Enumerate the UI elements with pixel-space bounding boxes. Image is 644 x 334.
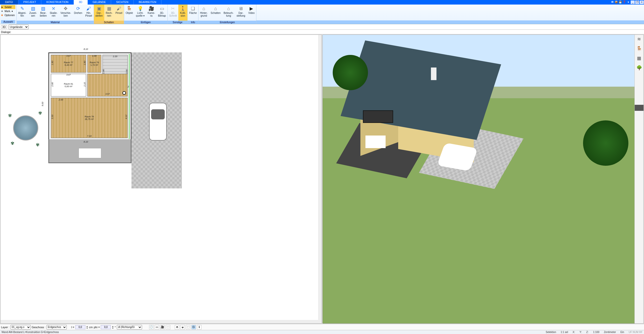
menu-tab-gelaende[interactable]: GELÄNDE — [88, 0, 111, 5]
drehen-button[interactable]: ⟳Drehen — [73, 5, 84, 21]
beleuchtung-button[interactable]: ⌂Beleuch-tung — [222, 5, 235, 21]
panel-collapse-handle[interactable] — [635, 105, 644, 111]
title-box-icon[interactable]: 📦 — [615, 1, 618, 4]
phi-input[interactable] — [101, 325, 111, 329]
title-help-icon[interactable]: ❓ — [623, 1, 626, 4]
scrollbar-horizontal[interactable] — [1, 320, 318, 323]
menu-tab-bearbeiten[interactable]: BEARBEITEN — [134, 0, 162, 5]
rechnen-button[interactable]: ▦Rech-nen — [104, 5, 114, 21]
selekt-button[interactable]: ➤Selekt — [1, 5, 15, 9]
window-restore-button[interactable]: ❐ — [635, 1, 639, 4]
pinsel-button[interactable]: 🖌Pinsel — [114, 5, 124, 21]
tree-right-3d — [583, 120, 628, 166]
status-ein: Ein — [621, 331, 624, 333]
camera-small-icon[interactable]: 🎥 — [160, 325, 165, 329]
flaeche-button[interactable]: ❏Fläche — [188, 5, 198, 21]
background-icon: ⌂ — [201, 6, 207, 12]
abgreifen-button[interactable]: ✎Abgrei-fen — [17, 5, 28, 21]
layer-label: Layer : — [1, 326, 10, 329]
group-label-auswahl: Auswahl — [1, 20, 15, 23]
status-left: Wand AW-Bestand L=Konstruktion G=Erdgesc… — [2, 331, 59, 333]
group-label-schatten: Schatten — [94, 21, 124, 24]
phi-spin-up[interactable]: ▲ — [112, 325, 114, 327]
l-input[interactable] — [75, 325, 85, 329]
shadow-set-icon: ⌂ — [213, 6, 219, 12]
scale-icon: ⤧ — [51, 6, 57, 12]
room-81[interactable]: 3.67 Raum 810,00 m² 2.80 2.10 — [51, 74, 86, 96]
verschieben-button[interactable]: ✥Verschie-ben — [59, 5, 73, 21]
furniture-icon[interactable]: 🪑 — [636, 46, 642, 52]
l-spin-down[interactable]: ▼ — [86, 327, 88, 329]
selected-wall[interactable] — [129, 54, 129, 139]
skalieren-button[interactable]: ⤧Skalie-ren — [48, 5, 59, 21]
terrain-select[interactable]: Urgelände — [9, 25, 29, 29]
geschoss-select[interactable]: Erdgeschos — [47, 325, 67, 329]
menu-tab-konstruktion[interactable]: KONSTRUKTION — [41, 0, 74, 5]
ribbon: ➤Selekt ✶Mark. ▾ ✚Optionen Auswahl ✎Abgr… — [0, 5, 644, 24]
schatten-set-button[interactable]: ⌂Schatten — [209, 5, 222, 21]
menu-tab-datei[interactable]: DATEI — [0, 0, 18, 5]
display-icon: 🖥 — [238, 6, 244, 12]
plant-icon: ✾ — [36, 142, 41, 147]
history-icon[interactable]: 🕘 — [149, 325, 154, 329]
phi-unit: ° — [115, 326, 116, 329]
title-help-drop-icon[interactable]: ▾ — [627, 1, 630, 4]
3d-bitmap-button[interactable]: ▭3D-Bitmap — [157, 5, 167, 21]
palette-icon[interactable]: ▦ — [636, 55, 642, 61]
info-icon[interactable]: ℹ — [197, 325, 201, 329]
corridor[interactable]: 3.57 — [87, 74, 128, 96]
snap1-icon[interactable]: ⬘ — [175, 325, 179, 329]
status-selektion: Selektion — [546, 331, 556, 333]
room-78[interactable]: 2.59 Raum 7826,75 m² 7.24 3.30 4.12 — [51, 98, 128, 138]
darstellen-button[interactable]: ▣Dar-stellen — [94, 5, 104, 21]
hintergrund-button[interactable]: ⌂Hinter-grund — [198, 5, 209, 21]
window-minimize-button[interactable]: _ — [631, 1, 635, 4]
tree-icon[interactable]: 🌳 — [636, 65, 642, 71]
menu-tab-projekt[interactable]: PROJEKT — [18, 0, 42, 5]
zuweisen-button[interactable]: ▧Zuwei-sen — [28, 5, 38, 21]
darstellung-button[interactable]: 🖥Dar-stellung — [235, 5, 247, 21]
room-77[interactable]: 3.67 Raum 776,44 m² 1.80 1.80 — [51, 55, 86, 73]
north-icon[interactable]: Ⓝ — [191, 325, 196, 329]
chimney-3d — [431, 68, 436, 80]
kamera-button[interactable]: 🎥Kame-ra — [146, 5, 156, 21]
balcony-3d — [363, 110, 393, 123]
snap3-icon[interactable]: ⬚ — [186, 325, 190, 329]
view-mode-badge: 3D — [1, 25, 7, 29]
plan-2d-pane[interactable]: ✾ ✾ ✾ ✾ 8.10 9.00 3.67 Raum 776,44 m² 1.… — [0, 35, 322, 324]
view-rect-icon[interactable]: ▭ — [155, 325, 159, 329]
room-79[interactable]: 1.00 Raum 791,72 m² — [87, 55, 101, 73]
menu-tab-sichten[interactable]: SICHTEN — [111, 0, 133, 5]
menu-tab-3d[interactable]: 3D — [74, 0, 88, 5]
pond-water — [13, 115, 38, 141]
status-y: Y: — [580, 331, 582, 333]
window-close-button[interactable]: × — [640, 1, 644, 4]
hinpinsel-button[interactable]: 🖌Hin.Pinsel — [84, 5, 94, 21]
view-subbar: 3D Urgelände — [0, 24, 644, 30]
floor-plan: 8.10 9.00 3.67 Raum 776,44 m² 1.80 1.80 … — [48, 52, 131, 163]
lichtquelle-button[interactable]: 💡Licht-quelle ▾ — [134, 5, 146, 21]
title-save-icon[interactable]: 💾 — [619, 1, 622, 4]
dl-select[interactable]: dl (Richtung/Di — [117, 325, 142, 329]
title-tools-icon[interactable]: 🛠 — [611, 1, 614, 4]
group-label-einstellungen: Einstellungen — [198, 21, 256, 24]
kollision-button[interactable]: 🚶Kolli-sion — [178, 5, 187, 21]
snap2-icon[interactable]: ⬙ — [180, 325, 185, 329]
video-button[interactable]: ▶Video — [247, 5, 256, 21]
layer-select[interactable]: 01_ug.eg.o — [11, 325, 31, 329]
plant-icon: ✾ — [8, 113, 13, 118]
view-3d-pane[interactable]: ≋ 🪑 ▦ 🌳 — [322, 35, 644, 324]
phi-spin-down[interactable]: ▼ — [112, 327, 114, 329]
menu-bar: DATEI PROJEKT KONSTRUKTION 3D GELÄNDE SI… — [0, 0, 644, 5]
tree-left-3d — [333, 55, 368, 90]
ribbon-group-material: ✎Abgrei-fen ▧Zuwei-sen ▨Bear-beiten ⤧Ska… — [17, 5, 94, 24]
optionen-button[interactable]: ✚Optionen — [1, 13, 15, 17]
layers-icon[interactable]: ≋ — [636, 36, 642, 42]
objekt-button[interactable]: 🪑Objekt — [124, 5, 134, 21]
l-spin-up[interactable]: ▲ — [86, 325, 88, 327]
dim-height-left: 9.00 — [41, 102, 44, 106]
scrollbar-vertical[interactable] — [318, 35, 322, 323]
bearbeiten-button[interactable]: ▨Bear-beiten — [38, 5, 48, 21]
box-icon[interactable]: ⬚ — [166, 325, 170, 329]
mark-button[interactable]: ✶Mark. ▾ — [1, 9, 15, 13]
